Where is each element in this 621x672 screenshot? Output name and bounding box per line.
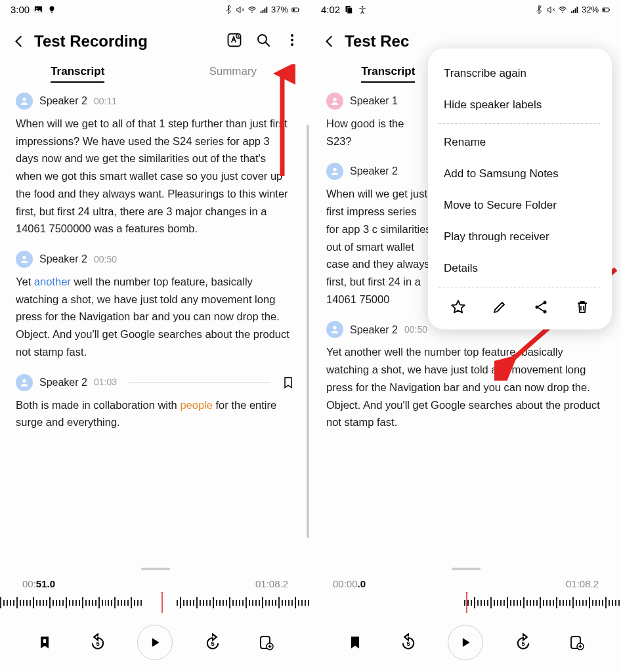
current-time: 00:00.0 (333, 578, 366, 589)
entry-text: When will we get to all of that 1 step f… (16, 115, 295, 238)
transcript-entry[interactable]: Speaker 2 00:11 When will we get to all … (16, 93, 295, 238)
transcript-body: Speaker 2 00:11 When will we get to all … (0, 83, 310, 564)
svg-point-11 (291, 43, 293, 46)
svg-point-30 (333, 326, 336, 329)
back-button[interactable] (321, 33, 338, 50)
transcript-entry[interactable]: Speaker 2 01:03 Both is made in collabor… (16, 374, 295, 431)
waveform[interactable] (0, 592, 310, 614)
menu-add-samsung-notes[interactable]: Add to Samsung Notes (428, 158, 612, 190)
total-time: 01:08.2 (255, 578, 288, 589)
svg-rect-22 (347, 7, 353, 13)
player: 00:00.0 01:08.2 5 5 (310, 564, 621, 672)
speaker-label: Speaker 2 (39, 93, 87, 110)
battery-icon (601, 5, 610, 14)
status-time: 3:00 (11, 4, 30, 15)
speaker-label: Speaker 2 (39, 374, 87, 391)
status-bar: 3:00 37% (0, 0, 310, 18)
svg-text:5: 5 (521, 640, 525, 647)
scrollbar[interactable] (307, 125, 309, 538)
forward-5-button[interactable]: 5 (200, 629, 226, 656)
mute-icon (546, 5, 555, 14)
entry-divider (129, 382, 270, 383)
page-title: Test Rec (345, 32, 610, 51)
tab-summary[interactable]: Summary (156, 65, 311, 83)
menu-hide-speaker-labels[interactable]: Hide speaker labels (428, 89, 612, 121)
rewind-5-button[interactable]: 5 (395, 629, 421, 656)
share-button[interactable] (533, 299, 549, 318)
transcript-entry[interactable]: Speaker 2 00:50 Yet another well the num… (16, 251, 295, 361)
menu-rename[interactable]: Rename (428, 127, 612, 158)
image-icon (33, 5, 43, 14)
avatar (16, 93, 33, 110)
bookmarks-button[interactable] (342, 629, 368, 656)
signal-icon (259, 5, 268, 14)
svg-point-2 (251, 11, 253, 12)
total-time: 01:08.2 (566, 578, 599, 589)
svg-text:5: 5 (96, 640, 99, 647)
svg-point-28 (333, 98, 336, 101)
menu-transcribe-again[interactable]: Transcribe again (428, 58, 612, 89)
bluetooth-icon (224, 5, 233, 14)
entry-timestamp: 00:50 (94, 252, 117, 267)
wifi-icon (247, 5, 257, 14)
forward-5-button[interactable]: 5 (510, 629, 536, 656)
tabs: Transcript Summary (0, 54, 310, 83)
svg-point-29 (333, 168, 336, 171)
play-button[interactable] (448, 625, 483, 660)
svg-point-10 (291, 39, 293, 41)
tab-transcript[interactable]: Transcript (0, 65, 156, 83)
entry-timestamp: 01:03 (94, 375, 117, 390)
bookmarks-button[interactable] (32, 629, 58, 656)
page-title: Test Recording (34, 32, 220, 51)
add-clip-button[interactable] (563, 629, 589, 656)
rewind-5-button[interactable]: 5 (85, 629, 111, 656)
waveform[interactable] (310, 592, 621, 614)
menu-details[interactable]: Details (428, 253, 612, 284)
svg-rect-26 (609, 9, 610, 10)
menu-move-secure-folder[interactable]: Move to Secure Folder (428, 190, 612, 221)
play-button[interactable] (137, 625, 173, 660)
avatar (16, 251, 33, 268)
avatar (326, 321, 343, 338)
svg-rect-4 (299, 9, 299, 10)
accessibility-icon (358, 5, 367, 14)
status-bar: 4:02 32% (310, 0, 621, 18)
transcript-entry[interactable]: Speaker 2 00:50 Yet another well the num… (326, 321, 605, 431)
menu-divider (439, 287, 601, 287)
svg-rect-15 (43, 639, 46, 643)
svg-text:5: 5 (406, 640, 410, 647)
drag-handle[interactable] (141, 568, 170, 570)
status-time: 4:02 (321, 4, 340, 15)
avatar (326, 163, 343, 180)
delete-button[interactable] (574, 299, 590, 318)
entry-timestamp: 00:50 (404, 322, 427, 337)
drag-handle[interactable] (452, 568, 481, 570)
back-button[interactable] (11, 33, 28, 50)
screen-right: 4:02 32% Test Rec Transcript Speaker 1 (310, 0, 621, 672)
speaker-label: Speaker 1 (350, 93, 398, 110)
speaker-label: Speaker 2 (350, 163, 398, 180)
speaker-label: Speaker 2 (350, 322, 398, 339)
highlighted-word: people (180, 399, 213, 411)
bluetooth-icon (534, 5, 544, 14)
entry-text: Both is made in collaboration with peopl… (16, 396, 295, 431)
favorite-button[interactable] (450, 299, 466, 318)
edit-button[interactable] (492, 299, 507, 318)
highlighted-word: another (34, 276, 71, 287)
overflow-menu: Transcribe again Hide speaker labels Ren… (428, 49, 612, 329)
svg-point-23 (362, 6, 363, 7)
avatar (16, 374, 33, 391)
screen-left: 3:00 37% Test Recording (0, 0, 310, 672)
search-button[interactable] (255, 32, 271, 51)
add-clip-button[interactable] (253, 629, 279, 656)
avatar (326, 93, 343, 110)
more-button[interactable] (284, 32, 300, 51)
entry-text: Yet another well the number top feature,… (16, 273, 295, 361)
bookmark-icon[interactable] (282, 376, 295, 389)
translate-button[interactable] (226, 32, 242, 51)
svg-rect-5 (293, 9, 295, 11)
menu-play-through-receiver[interactable]: Play through receiver (428, 221, 612, 253)
svg-point-9 (291, 34, 293, 37)
menu-divider (439, 123, 601, 124)
current-time: 00:51.0 (22, 578, 55, 589)
